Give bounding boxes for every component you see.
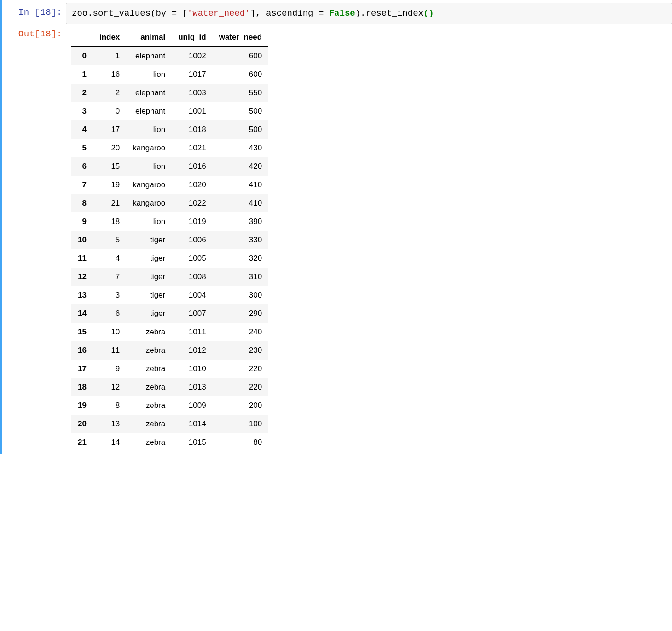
row-index: 9 <box>71 212 93 231</box>
table-cell: 320 <box>213 249 269 268</box>
table-cell: elephant <box>126 102 172 120</box>
table-cell: 7 <box>93 268 126 286</box>
table-cell: 220 <box>213 360 269 378</box>
row-index: 19 <box>71 396 93 415</box>
table-cell: zebra <box>126 415 172 433</box>
table-row: 2013zebra1014100 <box>71 415 268 433</box>
row-index: 14 <box>71 304 93 323</box>
code-token: zoo.sort_values(by = [ <box>72 8 187 18</box>
table-cell: zebra <box>126 341 172 360</box>
table-cell: 18 <box>93 212 126 231</box>
table-cell: 6 <box>93 304 126 323</box>
row-index: 12 <box>71 268 93 286</box>
table-cell: 1019 <box>172 212 212 231</box>
row-index: 2 <box>71 84 93 102</box>
table-cell: 600 <box>213 46 269 65</box>
table-row: 417lion1018500 <box>71 120 268 139</box>
code-token-keyword: False <box>329 8 355 18</box>
output-row: Out[18]: index animal uniq_id water_need… <box>2 24 672 452</box>
table-cell: kangaroo <box>126 194 172 212</box>
col-header: water_need <box>213 28 269 47</box>
table-row: 719kangaroo1020410 <box>71 176 268 194</box>
table-cell: 1012 <box>172 341 212 360</box>
table-header: index animal uniq_id water_need <box>71 28 268 47</box>
table-cell: 1021 <box>172 139 212 157</box>
table-cell: 200 <box>213 396 269 415</box>
table-cell: 1022 <box>172 194 212 212</box>
table-cell: 500 <box>213 120 269 139</box>
table-cell: 1011 <box>172 323 212 341</box>
table-cell: 1004 <box>172 286 212 304</box>
table-row: 116lion1017600 <box>71 65 268 84</box>
table-cell: 1 <box>93 46 126 65</box>
output-area: index animal uniq_id water_need 01elepha… <box>66 24 672 452</box>
table-cell: zebra <box>126 433 172 452</box>
table-corner <box>71 28 93 47</box>
row-index: 0 <box>71 46 93 65</box>
table-cell: 500 <box>213 102 269 120</box>
row-index: 15 <box>71 323 93 341</box>
table-row: 22elephant1003550 <box>71 84 268 102</box>
table-cell: lion <box>126 157 172 176</box>
table-cell: 16 <box>93 65 126 84</box>
row-index: 18 <box>71 378 93 396</box>
table-cell: 100 <box>213 415 269 433</box>
table-cell: 1009 <box>172 396 212 415</box>
table-cell: lion <box>126 212 172 231</box>
row-index: 17 <box>71 360 93 378</box>
table-cell: 10 <box>93 323 126 341</box>
table-cell: 14 <box>93 433 126 452</box>
col-header: animal <box>126 28 172 47</box>
table-cell: 1016 <box>172 157 212 176</box>
row-index: 1 <box>71 65 93 84</box>
col-header: index <box>93 28 126 47</box>
code-token-paren: ) <box>429 8 434 18</box>
table-row: 615lion1016420 <box>71 157 268 176</box>
table-cell: zebra <box>126 360 172 378</box>
table-cell: tiger <box>126 286 172 304</box>
table-cell: 600 <box>213 65 269 84</box>
table-cell: 330 <box>213 231 269 249</box>
table-cell: 12 <box>93 378 126 396</box>
table-cell: 4 <box>93 249 126 268</box>
table-cell: 410 <box>213 176 269 194</box>
table-body: 01elephant1002600116lion101760022elephan… <box>71 46 268 452</box>
table-cell: 13 <box>93 415 126 433</box>
table-cell: 1007 <box>172 304 212 323</box>
table-cell: 9 <box>93 360 126 378</box>
table-cell: elephant <box>126 46 172 65</box>
table-cell: kangaroo <box>126 139 172 157</box>
table-cell: 1006 <box>172 231 212 249</box>
dataframe-table: index animal uniq_id water_need 01elepha… <box>71 28 268 452</box>
table-row: 133tiger1004300 <box>71 286 268 304</box>
table-cell: zebra <box>126 396 172 415</box>
table-cell: kangaroo <box>126 176 172 194</box>
table-cell: 240 <box>213 323 269 341</box>
table-cell: 1002 <box>172 46 212 65</box>
table-row: 114tiger1005320 <box>71 249 268 268</box>
table-cell: lion <box>126 65 172 84</box>
table-cell: 1001 <box>172 102 212 120</box>
table-cell: 80 <box>213 433 269 452</box>
table-cell: 1010 <box>172 360 212 378</box>
table-row: 30elephant1001500 <box>71 102 268 120</box>
row-index: 3 <box>71 102 93 120</box>
table-cell: 220 <box>213 378 269 396</box>
table-cell: 15 <box>93 157 126 176</box>
table-cell: 1005 <box>172 249 212 268</box>
table-cell: 19 <box>93 176 126 194</box>
code-input[interactable]: zoo.sort_values(by = ['water_need'], asc… <box>66 3 672 24</box>
table-row: 01elephant1002600 <box>71 46 268 65</box>
table-cell: 1008 <box>172 268 212 286</box>
table-cell: 20 <box>93 139 126 157</box>
table-cell: lion <box>126 120 172 139</box>
table-row: 1611zebra1012230 <box>71 341 268 360</box>
table-cell: 290 <box>213 304 269 323</box>
table-row: 198zebra1009200 <box>71 396 268 415</box>
table-cell: 1015 <box>172 433 212 452</box>
code-token: ], ascending = <box>250 8 329 18</box>
code-token-string: 'water_need' <box>187 8 250 18</box>
table-cell: 1017 <box>172 65 212 84</box>
table-cell: tiger <box>126 268 172 286</box>
table-cell: tiger <box>126 249 172 268</box>
